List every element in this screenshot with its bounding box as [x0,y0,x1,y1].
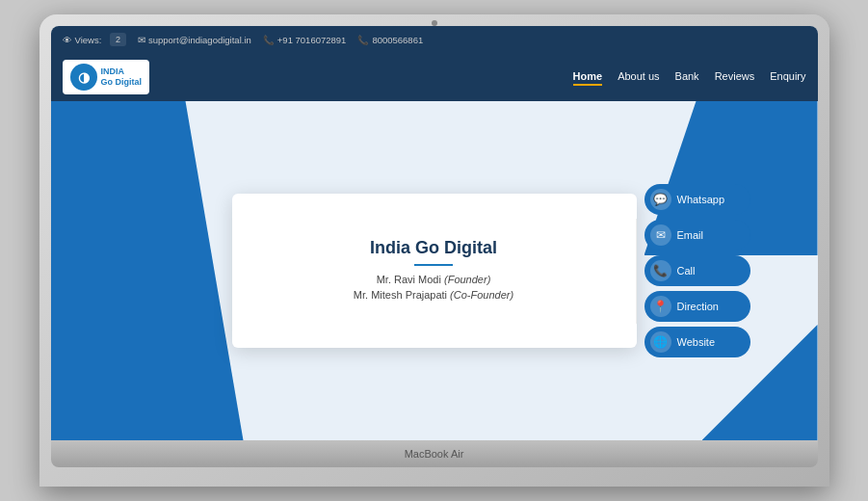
website-label: Website [677,336,716,348]
call-button[interactable]: 📞 Call [644,255,750,286]
phone1-info: 📞 +91 7016072891 [263,35,347,45]
email-icon: ✉ [650,224,671,246]
card-left: India Go Digital Mr. Ravi Modi (Founder)… [232,219,637,324]
laptop-outer: 👁 Views: 2 ✉ support@indiagodigital.in 📞… [39,14,829,487]
laptop-base: MacBook Air [51,440,818,467]
whatsapp-button[interactable]: 💬 Whatsapp [644,184,750,215]
website-button[interactable]: 🌐 Website [644,327,750,357]
logo-text: INDIA Go Digital [101,66,143,88]
logo-icon: ◑ [70,64,97,91]
nav-enquiry[interactable]: Enquiry [770,68,805,86]
nav-reviews[interactable]: Reviews [715,68,755,86]
logo-name: INDIA [101,66,143,77]
direction-button[interactable]: 📍 Direction [644,291,750,322]
action-buttons: 💬 Whatsapp ✉ Email 📞 Call 📍 Direction [633,172,762,369]
laptop-screen: 👁 Views: 2 ✉ support@indiagodigital.in 📞… [51,26,818,440]
website-icon: 🌐 [650,331,671,353]
company-name: India Go Digital [255,238,613,258]
call-icon: 📞 [650,260,671,281]
views-label: Views: [75,35,102,45]
whatsapp-icon: 💬 [650,189,671,210]
header-info: 👁 Views: 2 ✉ support@indiagodigital.in 📞… [63,33,424,46]
phone2-text: 8000566861 [372,35,423,45]
nav-area: Home About us Bank Reviews Enquiry [573,68,806,86]
site-header-main: ◑ INDIA Go Digital Home About us Bank Re… [51,53,818,101]
blue-bg-left [51,101,244,440]
business-card: India Go Digital Mr. Ravi Modi (Founder)… [232,194,637,348]
phone2-info: 📞 8000566861 [357,35,423,45]
views-info: 👁 Views: 2 [63,33,126,46]
laptop-model-label: MacBook Air [405,448,464,460]
call-label: Call [677,265,696,277]
whatsapp-label: Whatsapp [677,194,725,205]
email-text: support@indiagodigital.in [148,35,251,45]
site-body: India Go Digital Mr. Ravi Modi (Founder)… [51,101,818,440]
nav-home[interactable]: Home [573,68,603,86]
email-info: ✉ support@indiagodigital.in [138,35,251,45]
direction-icon: 📍 [650,296,671,317]
logo-tagline: Go Digital [101,77,143,88]
logo-box: ◑ INDIA Go Digital [63,60,150,94]
direction-label: Direction [677,301,719,312]
person1-name: Mr. Ravi Modi (Founder) [255,274,613,285]
email-label: Email [677,229,704,241]
email-button[interactable]: ✉ Email [644,220,750,250]
company-divider [414,264,453,266]
nav-about[interactable]: About us [618,68,659,86]
person2-name: Mr. Mitesh Prajapati (Co-Founder) [255,289,613,301]
nav-bank[interactable]: Bank [675,68,699,86]
phone1-text: +91 7016072891 [277,35,347,45]
site-header-top: 👁 Views: 2 ✉ support@indiagodigital.in 📞… [51,26,818,53]
views-count: 2 [110,33,126,46]
